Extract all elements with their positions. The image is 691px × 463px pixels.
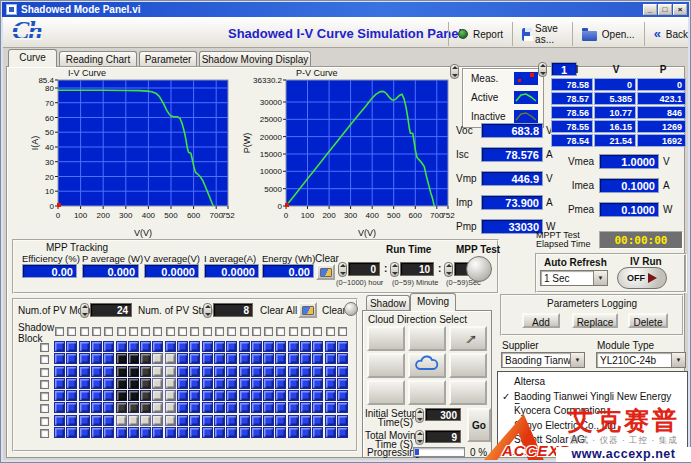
shadow-cell-r6c20[interactable] [288, 402, 299, 413]
column-checkbox-17[interactable] [252, 327, 261, 336]
open-button[interactable]: Open... [572, 22, 644, 46]
column-checkbox-16[interactable] [240, 327, 249, 336]
shadow-cell-r8c15[interactable] [226, 427, 237, 438]
shadow-cell-r4c3[interactable] [79, 378, 90, 389]
shadow-cell-r6c22[interactable] [312, 402, 323, 413]
back-button[interactable]: « Back [644, 22, 691, 46]
mpp-test-button[interactable] [466, 256, 492, 282]
shadow-cell-r4c2[interactable] [66, 378, 77, 389]
shadow-cell-r5c7[interactable] [128, 390, 139, 401]
shadow-cell-r7c16[interactable] [239, 415, 250, 426]
shadow-cell-r2c24[interactable] [337, 353, 348, 364]
shadow-cell-r2c2[interactable] [66, 353, 77, 364]
row-checkbox-2[interactable] [40, 355, 49, 364]
tab-shadow[interactable]: Shadow [366, 295, 410, 311]
shadow-cell-r4c15[interactable] [226, 378, 237, 389]
direction-button-r2c1[interactable] [367, 353, 405, 378]
shadow-cell-r5c17[interactable] [251, 390, 262, 401]
shadow-cell-r4c4[interactable] [91, 378, 102, 389]
shadow-cell-r1c2[interactable] [66, 341, 77, 352]
shadow-cell-r3c3[interactable] [79, 366, 90, 377]
initial-setup-input[interactable]: 300 [425, 408, 461, 421]
direction-button-r1c1[interactable] [367, 326, 405, 351]
shadow-cell-r2c7[interactable] [128, 353, 139, 364]
shadow-cell-r1c6[interactable] [116, 341, 127, 352]
shadow-cell-r1c9[interactable] [152, 341, 163, 352]
shadow-cell-r6c16[interactable] [239, 402, 250, 413]
shadow-cell-r3c10[interactable] [165, 366, 176, 377]
shadow-cell-r6c13[interactable] [202, 402, 213, 413]
shadow-cell-r3c24[interactable] [337, 366, 348, 377]
shadow-clear-button[interactable] [344, 302, 358, 316]
maximize-button[interactable]: □ [658, 4, 672, 15]
shadow-cell-r8c9[interactable] [152, 427, 163, 438]
shadow-cell-r3c14[interactable] [214, 366, 225, 377]
dropdown-item[interactable]: Sanyo Electric Co., Ltd [498, 419, 687, 433]
shadow-cell-r2c14[interactable] [214, 353, 225, 364]
shadow-cell-r2c21[interactable] [300, 353, 311, 364]
shadow-cell-r3c19[interactable] [275, 366, 286, 377]
shadow-cell-r4c23[interactable] [325, 378, 336, 389]
shadow-cell-r1c14[interactable] [214, 341, 225, 352]
shadow-cell-r8c13[interactable] [202, 427, 213, 438]
direction-ne-button[interactable]: → [449, 326, 487, 351]
shadow-cell-r5c23[interactable] [325, 390, 336, 401]
shadow-cell-r3c7[interactable] [128, 366, 139, 377]
shadow-cell-r4c14[interactable] [214, 378, 225, 389]
dropdown-item[interactable]: Altersa [498, 375, 687, 389]
iv-run-toggle[interactable]: OFF [617, 267, 667, 289]
shadow-cell-r4c9[interactable] [152, 378, 163, 389]
shadow-cell-r2c20[interactable] [288, 353, 299, 364]
shadow-cell-r2c22[interactable] [312, 353, 323, 364]
shadow-cell-r8c14[interactable] [214, 427, 225, 438]
shadow-cell-r6c12[interactable] [189, 402, 200, 413]
shadow-cell-r5c19[interactable] [275, 390, 286, 401]
shadow-cell-r2c12[interactable] [189, 353, 200, 364]
shadow-cell-r7c2[interactable] [66, 415, 77, 426]
shadow-cell-r3c11[interactable] [177, 366, 188, 377]
shadow-cell-r5c20[interactable] [288, 390, 299, 401]
clear-all-button[interactable] [298, 302, 317, 318]
column-checkbox-6[interactable] [117, 327, 126, 336]
shadow-cell-r7c11[interactable] [177, 415, 188, 426]
shadow-cell-r1c5[interactable] [103, 341, 114, 352]
shadow-cell-r4c20[interactable] [288, 378, 299, 389]
mpp-clear-button[interactable] [316, 264, 335, 280]
column-checkbox-10[interactable] [166, 327, 175, 336]
column-checkbox-11[interactable] [178, 327, 187, 336]
shadow-cell-r4c24[interactable] [337, 378, 348, 389]
shadow-cell-r3c17[interactable] [251, 366, 262, 377]
tab-shadow-moving-display[interactable]: Shadow Moving Display [199, 51, 311, 66]
shadow-cell-r7c22[interactable] [312, 415, 323, 426]
shadow-cell-r8c24[interactable] [337, 427, 348, 438]
shadow-cell-r7c3[interactable] [79, 415, 90, 426]
shadow-cell-r2c1[interactable] [54, 353, 65, 364]
shadow-cell-r2c9[interactable] [152, 353, 163, 364]
shadow-cell-r1c1[interactable] [54, 341, 65, 352]
shadow-cell-r7c15[interactable] [226, 415, 237, 426]
shadow-cell-r6c15[interactable] [226, 402, 237, 413]
initial-setup-spinner[interactable] [415, 408, 424, 423]
shadow-cell-r1c22[interactable] [312, 341, 323, 352]
dropdown-item[interactable]: ✓ Baoding Tianwei Yingli New Energy Reso… [498, 390, 687, 404]
add-button[interactable]: Add [522, 313, 560, 328]
shadow-cell-r6c11[interactable] [177, 402, 188, 413]
shadow-cell-r6c19[interactable] [275, 402, 286, 413]
shadow-cell-r8c10[interactable] [165, 427, 176, 438]
shadow-cell-r4c16[interactable] [239, 378, 250, 389]
shadow-cell-r7c23[interactable] [325, 415, 336, 426]
direction-button-r3c3[interactable] [449, 380, 487, 405]
shadow-cell-r4c8[interactable] [140, 378, 151, 389]
shadow-cell-r3c4[interactable] [91, 366, 102, 377]
shadow-cell-r1c4[interactable] [91, 341, 102, 352]
shadow-cell-r7c24[interactable] [337, 415, 348, 426]
save-as-button[interactable]: Save as... [512, 22, 572, 46]
shadow-cell-r8c12[interactable] [189, 427, 200, 438]
shadow-cell-r4c22[interactable] [312, 378, 323, 389]
num-pv-module-spinner[interactable] [80, 303, 89, 318]
total-moving-input[interactable]: 9 [425, 430, 461, 443]
shadow-cell-r3c23[interactable] [325, 366, 336, 377]
shadow-cell-r1c13[interactable] [202, 341, 213, 352]
shadow-cell-r2c8[interactable] [140, 353, 151, 364]
shadow-cell-r8c2[interactable] [66, 427, 77, 438]
